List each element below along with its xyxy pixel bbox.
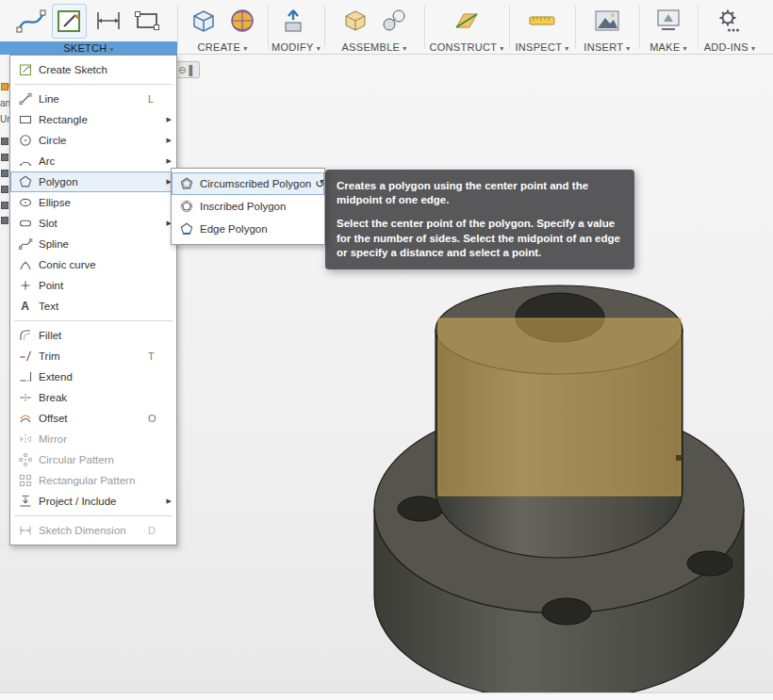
tab-sketch[interactable]: SKETCH▾ [0, 41, 177, 55]
tooltip-description: Creates a polygon using the center point… [337, 179, 623, 207]
tab-label: ADD-INS [704, 41, 748, 53]
arc-icon [17, 154, 33, 169]
submenu-item-edge-polygon[interactable]: Edge Polygon [172, 218, 324, 240]
joint-icon [378, 5, 410, 37]
tab-insert[interactable]: INSERT▾ [577, 41, 637, 53]
bolt-hole-left[interactable] [398, 497, 443, 521]
submenu-item-inscribed-polygon[interactable]: Inscribed Polygon [172, 195, 324, 218]
dimension-icon [92, 5, 124, 37]
joint-button[interactable] [376, 4, 411, 39]
fit-curve-tool-button[interactable] [13, 4, 48, 39]
menu-item-label: Point [39, 280, 148, 291]
submenu-item-circumscribed-polygon[interactable]: Circumscribed Polygon ↺ [172, 172, 324, 195]
rectangle-tool-button[interactable] [129, 4, 164, 39]
component-box-icon [339, 5, 371, 37]
create-box-button[interactable] [186, 4, 221, 39]
menu-item-circle[interactable]: Circle ▶ [10, 130, 176, 151]
spline-icon [17, 236, 33, 252]
menu-item-label: Slot [39, 218, 148, 229]
toolbar-group-create: CREATE▾ [179, 0, 266, 55]
offset-icon [17, 411, 33, 426]
circular-pattern-icon [17, 452, 33, 467]
circle-icon [17, 133, 33, 148]
browser-item-icon [1, 154, 8, 161]
sketch-dropdown-menu: Create Sketch Line L Rectangle ▶ Circle … [9, 55, 177, 545]
menu-item-spline[interactable]: Spline [10, 234, 176, 254]
construct-plane-button[interactable] [450, 4, 485, 39]
tab-label: INSPECT [515, 41, 562, 53]
tab-modify[interactable]: MODIFY▾ [270, 41, 322, 53]
rotate-cursor-icon: ↺ [315, 177, 324, 190]
make-button[interactable] [651, 4, 686, 39]
measure-button[interactable] [525, 4, 560, 39]
menu-item-slot[interactable]: Slot ▶ [10, 213, 176, 234]
create-form-button[interactable] [224, 4, 259, 39]
project-include-icon [17, 494, 33, 509]
menu-separator [14, 515, 173, 516]
menu-item-offset[interactable]: Offset O [10, 408, 176, 429]
menu-item-label: Trim [39, 350, 148, 362]
menu-item-sketch-dimension[interactable]: Sketch Dimension D [10, 520, 176, 541]
menu-item-label: Mirror [39, 433, 148, 445]
dimension-tool-button[interactable] [90, 4, 125, 39]
break-icon [17, 390, 33, 405]
gear-icon [714, 5, 746, 37]
tab-assemble[interactable]: ASSEMBLE▾ [326, 41, 422, 53]
chevron-down-icon: ▾ [110, 45, 114, 54]
toolbar-separator [698, 6, 699, 49]
sketch-plane-highlight[interactable] [438, 318, 681, 496]
press-pull-button[interactable] [279, 4, 314, 39]
shortcut-label: L [148, 93, 163, 105]
toolbar-group-addins: ADD-INS▾ [699, 0, 760, 55]
menu-item-circular-pattern[interactable]: Circular Pattern [10, 449, 176, 470]
menu-item-arc[interactable]: Arc ▶ [10, 151, 176, 171]
menu-item-label: Rectangular Pattern [39, 475, 148, 486]
plane-grip-handle[interactable] [676, 455, 682, 461]
toolbar-group-inspect: INSPECT▾ [511, 0, 573, 55]
menu-item-polygon[interactable]: Polygon ▶ [10, 171, 176, 192]
chevron-down-icon: ▾ [565, 44, 568, 53]
insert-image-button[interactable] [590, 4, 625, 39]
bolt-hole-front[interactable] [542, 598, 591, 625]
create-sketch-tool-button[interactable] [52, 4, 87, 39]
toolbar-group-sketch: SKETCH▾ [0, 0, 177, 55]
menu-item-conic-curve[interactable]: Conic curve [10, 254, 176, 275]
menu-item-mirror[interactable]: Mirror [10, 429, 176, 449]
tab-construct[interactable]: CONSTRUCT▾ [426, 41, 507, 53]
tab-addins[interactable]: ADD-INS▾ [699, 41, 760, 53]
menu-item-extend[interactable]: Extend [10, 366, 176, 387]
create-sketch-icon [17, 62, 33, 77]
menu-item-line[interactable]: Line L [10, 89, 176, 109]
menu-item-label: Offset [39, 413, 148, 424]
menu-pin-widget[interactable]: ⊖ ▌ [173, 61, 200, 78]
toolbar-separator [509, 6, 510, 49]
menu-item-rectangle[interactable]: Rectangle ▶ [10, 109, 176, 130]
menu-item-text[interactable]: A Text [10, 296, 176, 317]
chevron-down-icon: ▾ [243, 44, 247, 53]
menu-item-break[interactable]: Break [10, 387, 176, 408]
tab-label: CREATE [198, 41, 241, 53]
menu-item-ellipse[interactable]: Ellipse [10, 192, 176, 213]
rectangle-tool-icon [131, 5, 163, 37]
menu-item-create-sketch[interactable]: Create Sketch [10, 59, 176, 80]
menu-item-rectangular-pattern[interactable]: Rectangular Pattern [10, 470, 176, 491]
tab-label: ASSEMBLE [341, 41, 400, 53]
extend-icon [17, 369, 33, 384]
box-icon [188, 5, 220, 37]
menu-item-trim[interactable]: Trim T [10, 346, 176, 366]
menu-item-label: Create Sketch [39, 64, 148, 75]
timeline-strip [0, 692, 773, 700]
tab-create[interactable]: CREATE▾ [179, 41, 266, 53]
tab-label: INSERT [584, 41, 623, 53]
new-component-button[interactable] [337, 4, 372, 39]
menu-item-fillet[interactable]: Fillet [10, 325, 176, 346]
addins-button[interactable] [713, 4, 748, 39]
tab-make[interactable]: MAKE▾ [641, 41, 696, 53]
menu-item-point[interactable]: Point [10, 275, 176, 296]
circumscribed-polygon-icon [178, 176, 194, 191]
chevron-down-icon: ▾ [500, 44, 503, 53]
bolt-hole-right[interactable] [687, 551, 732, 576]
chevron-down-icon: ▾ [403, 44, 406, 53]
menu-item-project-include[interactable]: Project / Include ▶ [10, 491, 176, 512]
tab-inspect[interactable]: INSPECT▾ [511, 41, 573, 53]
